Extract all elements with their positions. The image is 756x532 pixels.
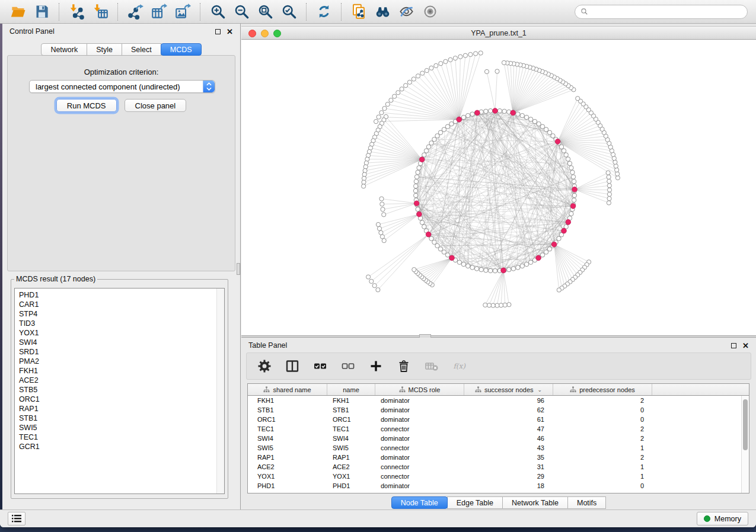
show-all-button[interactable] xyxy=(418,2,442,22)
mcds-result-item[interactable]: YOX1 xyxy=(19,328,224,338)
float-panel-icon[interactable] xyxy=(215,29,221,34)
mcds-result-item[interactable]: ORC1 xyxy=(19,395,224,404)
mcds-result-item[interactable]: PMA2 xyxy=(19,357,224,366)
zoom-out-button[interactable] xyxy=(229,2,253,22)
table-row[interactable]: FKH1 FKH1 dominator 96 2 xyxy=(248,396,749,405)
table-settings-button[interactable] xyxy=(255,357,274,376)
create-column-button[interactable] xyxy=(366,357,385,376)
workspace: YPA_prune.txt_1 Table Panel ✕ xyxy=(241,24,756,509)
memory-button[interactable]: Memory xyxy=(697,512,748,525)
cell-successor-nodes: 31 xyxy=(464,463,553,470)
mcds-result-title: MCDS result (17 nodes) xyxy=(14,275,97,283)
table-row[interactable]: ORC1 ORC1 dominator 61 0 xyxy=(248,415,749,424)
mcds-result-item[interactable]: SWI5 xyxy=(19,423,224,432)
float-panel-icon[interactable] xyxy=(731,343,736,348)
mcds-result-item[interactable]: TID3 xyxy=(19,319,224,328)
cell-predecessor-nodes: 2 xyxy=(553,435,652,442)
unselect-all-columns-button[interactable] xyxy=(339,357,358,376)
search-input[interactable] xyxy=(592,7,742,17)
table-row[interactable]: ACE2 ACE2 connector 31 1 xyxy=(248,462,749,472)
window-close-button[interactable] xyxy=(248,30,256,37)
run-mcds-button[interactable]: Run MCDS xyxy=(56,99,117,112)
mcds-result-item[interactable]: STB5 xyxy=(19,385,224,395)
table-row[interactable]: RAP1 RAP1 dominator 35 2 xyxy=(248,453,749,462)
cell-shared-name: YOX1 xyxy=(248,473,327,480)
close-panel-icon[interactable]: ✕ xyxy=(742,343,749,348)
mcds-result-item[interactable]: SRD1 xyxy=(19,347,224,357)
search-all-button[interactable] xyxy=(371,2,394,22)
mcds-result-item[interactable]: SWI4 xyxy=(19,338,224,347)
control-panel-title: Control Panel xyxy=(9,27,55,36)
zoom-fit-button[interactable] xyxy=(253,2,277,22)
select-all-columns-button[interactable] xyxy=(311,357,330,376)
table-row[interactable]: STB1 STB1 dominator 62 0 xyxy=(248,405,749,415)
column-header[interactable]: shared name ⌄ xyxy=(248,384,327,395)
control-panel-tab[interactable]: Select xyxy=(122,43,161,56)
open-session-button[interactable] xyxy=(6,2,30,22)
table-tab[interactable]: Edge Table xyxy=(447,496,503,509)
mcds-result-item[interactable]: STP4 xyxy=(19,309,224,319)
table-row[interactable]: PHD1 PHD1 dominator 18 0 xyxy=(248,481,749,491)
zoom-selected-button[interactable] xyxy=(277,2,301,22)
table-tab[interactable]: Network Table xyxy=(502,496,568,509)
function-builder-button[interactable]: f(x) xyxy=(450,357,469,376)
mcds-result-item[interactable]: GCR1 xyxy=(19,442,224,451)
hide-selected-button[interactable] xyxy=(394,2,418,22)
scrollbar-thumb[interactable] xyxy=(743,399,748,450)
import-network-button[interactable] xyxy=(65,2,88,22)
table-row[interactable]: SWI4 SWI4 dominator 46 2 xyxy=(248,434,749,443)
table-body: FKH1 FKH1 dominator 96 2 STB1 STB1 domin… xyxy=(248,396,749,491)
mcds-result-item[interactable]: CAR1 xyxy=(19,300,224,309)
export-table-button[interactable] xyxy=(147,2,171,22)
cell-shared-name: PHD1 xyxy=(248,482,327,489)
search-box xyxy=(575,5,748,19)
optimization-criterion-select[interactable]: largest connected component (undirected) xyxy=(29,80,215,93)
export-network-button[interactable] xyxy=(123,2,147,22)
network-canvas[interactable] xyxy=(241,40,756,335)
mcds-result-item[interactable]: ACE2 xyxy=(19,376,224,385)
cell-name: PHD1 xyxy=(327,482,375,489)
table-tab[interactable]: Motifs xyxy=(567,496,606,509)
network-window-titlebar[interactable]: YPA_prune.txt_1 xyxy=(241,26,756,40)
table-row[interactable]: TEC1 TEC1 connector 47 2 xyxy=(248,424,749,434)
table-row[interactable]: YOX1 YOX1 connector 29 1 xyxy=(248,472,749,481)
cell-mcds-role: dominator xyxy=(375,406,464,414)
table-row[interactable]: SWI5 SWI5 connector 43 1 xyxy=(248,443,749,453)
result-scrollbar[interactable] xyxy=(216,289,224,493)
column-header[interactable]: predecessor nodes ⌄ xyxy=(553,384,652,395)
show-column-button[interactable] xyxy=(283,357,302,376)
import-table-button[interactable] xyxy=(88,2,112,22)
close-panel-icon[interactable]: ✕ xyxy=(227,29,233,34)
control-panel-tab[interactable]: Style xyxy=(87,43,122,56)
zoom-in-button[interactable] xyxy=(206,2,229,22)
mcds-result-item[interactable]: STB1 xyxy=(19,414,224,423)
refresh-view-button[interactable] xyxy=(312,2,336,22)
delete-column-button[interactable] xyxy=(394,357,413,376)
cell-successor-nodes: 96 xyxy=(464,397,553,404)
eye-slash-icon xyxy=(398,4,414,20)
task-history-button[interactable] xyxy=(8,512,25,525)
table-tab[interactable]: Node Table xyxy=(391,496,448,509)
cell-name: SWI5 xyxy=(327,444,375,451)
optimization-criterion-value: largest connected component (undirected) xyxy=(36,82,180,91)
save-session-button[interactable] xyxy=(30,2,53,22)
mcds-result-item[interactable]: RAP1 xyxy=(19,404,224,414)
control-panel-tab[interactable]: MCDS xyxy=(161,43,202,56)
column-header[interactable]: successor nodes ⌄ xyxy=(464,384,553,395)
cell-name: SWI4 xyxy=(327,435,375,442)
delete-table-button[interactable] xyxy=(422,357,441,376)
clone-network-button[interactable] xyxy=(347,2,371,22)
mcds-result-item[interactable]: FKH1 xyxy=(19,366,224,376)
window-maximize-button[interactable] xyxy=(273,30,281,37)
control-panel-tab[interactable]: Network xyxy=(41,43,87,56)
mcds-result-item[interactable]: PHD1 xyxy=(19,290,224,300)
export-image-button[interactable] xyxy=(171,2,194,22)
column-header[interactable]: MCDS role ⌄ xyxy=(375,384,464,395)
vertical-splitter-handle[interactable] xyxy=(237,263,240,275)
column-header[interactable]: name ⌄ xyxy=(327,384,375,395)
close-panel-button[interactable]: Close panel xyxy=(125,99,187,112)
clone-network-icon xyxy=(351,4,367,20)
window-minimize-button[interactable] xyxy=(261,30,269,37)
mcds-result-item[interactable]: TEC1 xyxy=(19,432,224,442)
table-scrollbar[interactable] xyxy=(741,396,749,493)
